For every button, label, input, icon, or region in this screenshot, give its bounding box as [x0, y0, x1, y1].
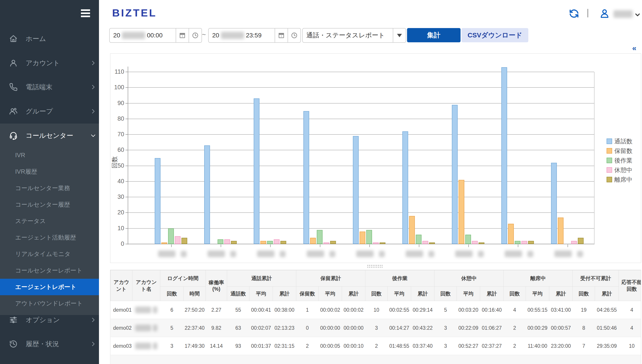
table-cell: 2.27 — [206, 301, 227, 319]
x-label-blurred — [505, 250, 522, 257]
bar-後作業 — [416, 235, 421, 244]
legend-item-休憩中[interactable]: 休憩中 — [606, 165, 632, 175]
bar-休憩中 — [472, 241, 478, 244]
x-label-blurred — [429, 251, 434, 257]
sidebar-item-phone[interactable]: 電話端末 — [0, 79, 99, 95]
sidebar-item-outbound-report[interactable]: アウトバウンドレポート — [0, 295, 99, 312]
chevron-right-icon — [90, 341, 96, 347]
sub-total: 累計 — [549, 286, 573, 301]
bar-通話数 — [254, 98, 260, 244]
gridline — [128, 72, 594, 72]
bar-通話数 — [402, 131, 408, 244]
bar-保留数 — [459, 180, 464, 244]
table-cell: 8 — [573, 319, 595, 337]
table-cell: 11:40:00 — [526, 337, 549, 355]
clock-icon[interactable] — [188, 28, 201, 42]
sidebar-item-realtime-monitor[interactable]: リアルタイムモニタ — [0, 246, 99, 262]
svg-text:1: 1 — [281, 35, 282, 38]
chevron-right-icon — [90, 317, 96, 323]
date-from-field[interactable]: 20 00:00 1 — [109, 28, 202, 43]
col-unavailable: 受付不可累計 — [573, 270, 619, 286]
chevron-down-icon[interactable] — [634, 11, 641, 19]
y-tick-label: 100 — [110, 84, 124, 91]
sidebar-item-cc-report[interactable]: コールセンターレポート — [0, 262, 99, 279]
sidebar-item-status[interactable]: ステータス — [0, 213, 99, 229]
sidebar-item-callcenter[interactable]: コールセンター — [0, 127, 99, 144]
date-to-field[interactable]: 20 23:59 1 — [208, 28, 301, 43]
gridline — [128, 87, 594, 88]
y-tick-mark — [125, 166, 128, 166]
x-label-blurred — [554, 250, 572, 257]
bar-通話数 — [551, 163, 557, 244]
bar-保留数 — [558, 218, 564, 244]
sidebar-item-agent-activity[interactable]: エージェント活動履歴 — [0, 229, 99, 246]
sidebar-item-cc-history[interactable]: コールセンター履歴 — [0, 196, 99, 213]
date-from-blurred — [122, 32, 145, 39]
gridline — [128, 119, 594, 119]
aggregate-button[interactable]: 集計 — [407, 28, 461, 42]
collapse-panel-control[interactable]: « — [632, 44, 636, 52]
sidebar-item-label: 履歴・状況 — [26, 340, 59, 349]
sub-count: 回数 — [504, 286, 526, 301]
biztel-logo: BIZTEL — [112, 7, 157, 19]
refresh-icon[interactable] — [569, 8, 579, 20]
bar-休憩中 — [373, 242, 379, 244]
date-to-value: 20 23:59 — [209, 32, 275, 39]
table-cell: 00:00:05 — [319, 337, 342, 355]
sidebar-item-group[interactable]: グループ — [0, 103, 99, 120]
table-cell: 63 — [227, 319, 250, 337]
legend-label: 通話数 — [614, 137, 632, 146]
legend-item-通話数[interactable]: 通話数 — [606, 136, 632, 146]
table-cell: 03:41:00 — [549, 301, 573, 319]
sidebar-item-options[interactable]: オプション — [0, 312, 99, 328]
sub-time: 時間 — [184, 286, 206, 301]
y-tick-mark — [125, 181, 128, 182]
table-cell: 4 — [504, 301, 526, 319]
legend-item-後作業[interactable]: 後作業 — [606, 156, 632, 165]
sidebar-item-home[interactable]: ホーム — [0, 30, 99, 47]
x-label-blurred — [455, 250, 473, 257]
legend-item-保留数[interactable]: 保留数 — [606, 146, 632, 156]
clock-icon[interactable] — [288, 28, 301, 42]
x-axis-tick — [221, 244, 221, 247]
sidebar-item-ivr[interactable]: IVR — [0, 147, 99, 164]
gridline — [128, 197, 594, 197]
sidebar-item-cc-work[interactable]: コールセンター業務 — [0, 180, 99, 196]
table-cell: 00:55:15 — [526, 301, 549, 319]
csv-download-button[interactable]: CSVダウンロード — [462, 28, 528, 42]
user-icon[interactable] — [599, 8, 610, 20]
y-tick-mark — [125, 134, 128, 135]
legend-swatch — [606, 148, 612, 154]
calendar-icon[interactable]: 1 — [176, 28, 188, 42]
y-tick-mark — [125, 197, 128, 197]
table-cell: 00:00:02 — [342, 301, 365, 319]
col-break: 休憩中 — [435, 270, 504, 286]
table-cell: 02:37:27 — [480, 337, 504, 355]
legend-item-離席中[interactable]: 離席中 — [606, 175, 632, 184]
sidebar-item-ivr-history[interactable]: IVR履歴 — [0, 164, 99, 180]
sidebar-item-account[interactable]: アカウント — [0, 55, 99, 71]
table-cell — [132, 337, 160, 355]
bar-離席中 — [330, 241, 336, 244]
bar-離席中 — [380, 242, 385, 244]
sidebar-item-agent-report-selected[interactable]: エージェントレポート — [0, 279, 99, 295]
history-icon — [9, 340, 18, 348]
calendar-icon[interactable]: 1 — [275, 28, 288, 42]
bar-離席中 — [429, 242, 435, 244]
y-tick-mark — [125, 72, 128, 72]
x-axis-tick — [270, 244, 271, 247]
table-cell: 00:43:22 — [411, 319, 435, 337]
col-login: ログイン時間 — [160, 270, 206, 286]
sidebar-item-history-status[interactable]: 履歴・状況 — [0, 336, 99, 352]
table-cell: 00:16:40 — [480, 301, 504, 319]
hamburger-icon[interactable] — [81, 9, 90, 19]
bar-通話数 — [501, 67, 507, 244]
table-row: demo01627:50:202.275500:00:4100:38:00100… — [111, 301, 641, 319]
bar-保留数 — [161, 242, 167, 244]
legend-swatch — [606, 167, 612, 173]
report-type-select[interactable]: 通話・ステータスレポート — [302, 28, 406, 43]
gridline — [128, 103, 594, 104]
panel-resize-handle[interactable] — [367, 265, 383, 268]
chevron-right-icon — [90, 108, 96, 114]
table-cell: 02:13:23 — [273, 319, 296, 337]
